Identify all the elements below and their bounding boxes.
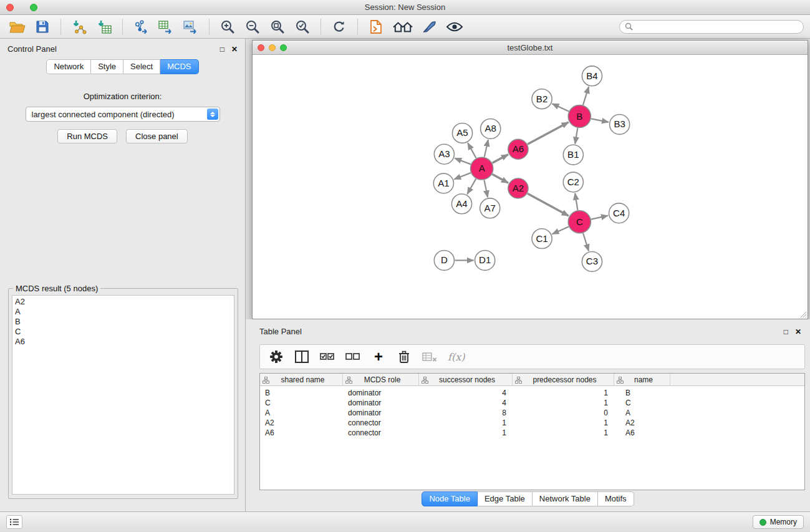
graph-edge-C-C1[interactable] xyxy=(552,226,569,234)
column-header-predecessor-nodes[interactable]: predecessor nodes xyxy=(513,374,614,386)
tab-motifs[interactable]: Motifs xyxy=(598,491,634,506)
tab-edge-table[interactable]: Edge Table xyxy=(478,491,533,506)
table-row[interactable]: A2connector11A2 xyxy=(260,418,804,428)
column-header-shared-name[interactable]: shared name xyxy=(260,374,343,386)
graph-node-A5[interactable]: A5 xyxy=(452,123,472,143)
graph-edge-A-A1[interactable] xyxy=(454,173,471,179)
graph-edge-A-A7[interactable] xyxy=(484,180,488,198)
graph-edge-A6-B[interactable] xyxy=(528,122,569,144)
graph-edge-B-B2[interactable] xyxy=(552,104,569,111)
zoom-selected-button[interactable] xyxy=(291,17,314,37)
graph-node-C[interactable]: C xyxy=(568,211,591,233)
graph-node-B2[interactable]: B2 xyxy=(532,89,552,109)
title-bar[interactable]: Session: New Session xyxy=(0,0,810,15)
export-table-button[interactable] xyxy=(155,17,177,37)
table-settings-button[interactable] xyxy=(269,349,284,365)
graph-edge-C-C3[interactable] xyxy=(583,233,589,251)
network-from-selection-button[interactable] xyxy=(365,17,387,37)
result-item[interactable]: A6 xyxy=(15,337,231,347)
column-header-successor-nodes[interactable]: successor nodes xyxy=(419,374,513,386)
graph-edge-C-C2[interactable] xyxy=(575,193,577,210)
first-neighbors-button[interactable] xyxy=(390,17,416,37)
graph-node-A4[interactable]: A4 xyxy=(451,194,471,214)
graph-node-B[interactable]: B xyxy=(568,105,591,128)
run-mcds-button[interactable]: Run MCDS xyxy=(57,129,117,143)
graph-node-A3[interactable]: A3 xyxy=(434,144,454,164)
close-panel-icon[interactable]: ✕ xyxy=(231,46,238,53)
resize-grip[interactable] xyxy=(799,311,807,318)
export-image-button[interactable] xyxy=(180,17,202,37)
search-box[interactable] xyxy=(619,20,804,34)
graph-edge-A-A4[interactable] xyxy=(467,179,476,195)
graph-edge-A2-C[interactable] xyxy=(528,193,569,216)
create-column-button[interactable]: + xyxy=(371,349,386,365)
result-item[interactable]: A xyxy=(15,307,231,317)
tab-network-table[interactable]: Network Table xyxy=(533,491,598,506)
criterion-dropdown[interactable]: largest connected component (directed) xyxy=(26,107,220,122)
network-window-titlebar[interactable]: testGlobe.txt xyxy=(253,41,808,55)
graph-edge-A-A3[interactable] xyxy=(455,158,471,165)
graph-node-B3[interactable]: B3 xyxy=(610,115,630,135)
close-window-button[interactable] xyxy=(6,4,14,11)
result-item[interactable]: B xyxy=(15,317,231,327)
zoom-out-button[interactable] xyxy=(241,17,264,37)
graph-edge-A-A2[interactable] xyxy=(492,174,508,183)
import-table-button[interactable] xyxy=(93,17,115,37)
graph-node-C4[interactable]: C4 xyxy=(609,203,629,223)
graph-node-A1[interactable]: A1 xyxy=(433,173,453,193)
show-graphics-button[interactable] xyxy=(443,17,466,37)
memory-indicator[interactable]: Memory xyxy=(753,515,804,529)
table-row[interactable]: A6connector11A6 xyxy=(260,428,804,438)
column-header-mcds-role[interactable]: MCDS role xyxy=(343,374,419,386)
search-input[interactable] xyxy=(636,22,798,31)
save-session-button[interactable] xyxy=(31,17,54,37)
deselect-all-columns-button[interactable] xyxy=(345,349,360,365)
graph-node-C2[interactable]: C2 xyxy=(563,172,583,192)
graph-edge-B-B4[interactable] xyxy=(583,87,589,105)
zoom-window-button[interactable] xyxy=(30,4,37,11)
apply-style-button[interactable] xyxy=(418,17,441,37)
network-minimize-button[interactable] xyxy=(269,44,276,51)
refresh-view-button[interactable] xyxy=(328,17,350,37)
graph-node-A[interactable]: A xyxy=(471,157,493,180)
tab-mcds[interactable]: MCDS xyxy=(160,59,198,74)
zoom-in-button[interactable] xyxy=(216,17,239,37)
network-graph[interactable]: B4B2BB3A8A5A6A3B1AC2A1A2A4A7C4CC1C3DD1 xyxy=(253,55,808,319)
graph-node-A7[interactable]: A7 xyxy=(480,198,500,218)
graph-edge-B-B1[interactable] xyxy=(575,128,577,143)
result-item[interactable]: C xyxy=(15,327,231,337)
tab-style[interactable]: Style xyxy=(91,59,123,74)
graph-node-D1[interactable]: D1 xyxy=(475,251,495,271)
table-row[interactable]: Bdominator41B xyxy=(260,388,804,398)
open-session-button[interactable] xyxy=(6,17,29,37)
task-history-button[interactable] xyxy=(6,515,22,529)
graph-node-B4[interactable]: B4 xyxy=(582,66,602,86)
graph-edge-A-A6[interactable] xyxy=(493,155,508,163)
graph-node-A6[interactable]: A6 xyxy=(508,139,528,159)
graph-node-A8[interactable]: A8 xyxy=(481,119,501,139)
float-panel-icon[interactable]: □ xyxy=(220,46,224,53)
graph-edge-A-A5[interactable] xyxy=(468,143,476,158)
network-view-window[interactable]: testGlobe.txt B4B2BB3A8A5A6A3B1AC2A1A2A4… xyxy=(252,40,808,319)
graph-node-A2[interactable]: A2 xyxy=(508,178,528,198)
table-row[interactable]: Cdominator41C xyxy=(260,398,804,408)
delete-column-button[interactable] xyxy=(397,349,412,365)
select-all-columns-button[interactable] xyxy=(320,349,335,365)
network-zoom-button[interactable] xyxy=(280,44,287,51)
graph-edge-B-B3[interactable] xyxy=(591,118,609,122)
show-columns-button[interactable] xyxy=(294,349,309,365)
import-network-button[interactable] xyxy=(68,17,90,37)
export-network-button[interactable] xyxy=(130,17,152,37)
graph-node-D[interactable]: D xyxy=(434,251,454,271)
float-table-panel-icon[interactable]: □ xyxy=(784,328,788,336)
graph-node-C3[interactable]: C3 xyxy=(582,252,602,272)
graph-edge-A-A8[interactable] xyxy=(485,140,488,157)
graph-edge-C-C4[interactable] xyxy=(591,216,608,220)
tab-select[interactable]: Select xyxy=(123,59,160,74)
tab-node-table[interactable]: Node Table xyxy=(422,491,478,506)
result-item[interactable]: A2 xyxy=(15,297,231,307)
column-header-name[interactable]: name xyxy=(614,374,670,386)
close-table-panel-icon[interactable]: ✕ xyxy=(795,328,801,336)
graph-node-B1[interactable]: B1 xyxy=(563,145,583,165)
tab-network[interactable]: Network xyxy=(46,59,91,74)
